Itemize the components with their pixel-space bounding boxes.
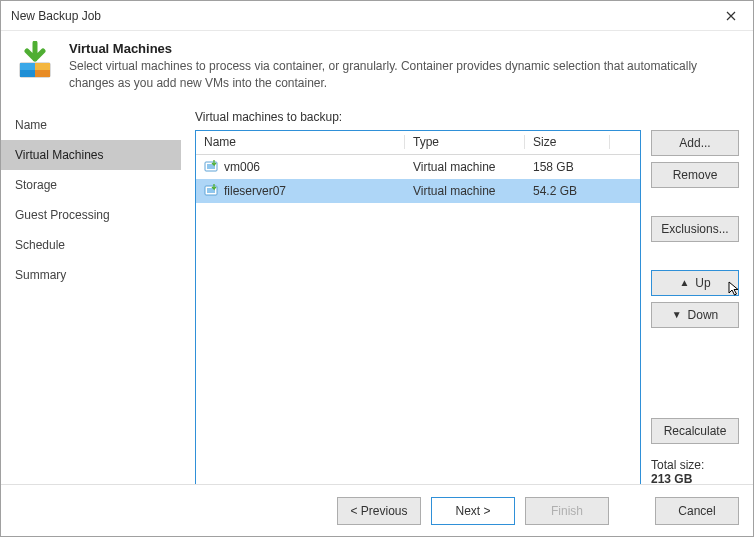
- window-title: New Backup Job: [11, 9, 708, 23]
- titlebar: New Backup Job: [1, 1, 753, 31]
- up-label: Up: [695, 276, 710, 290]
- wizard-body: Name Virtual Machines Storage Guest Proc…: [1, 110, 753, 484]
- header-text: Virtual Machines Select virtual machines…: [69, 41, 739, 92]
- table-row[interactable]: vm006 Virtual machine 158 GB: [196, 155, 640, 179]
- next-button[interactable]: Next >: [431, 497, 515, 525]
- total-size-value: 213 GB: [651, 472, 739, 484]
- close-icon: [726, 11, 736, 21]
- finish-button: Finish: [525, 497, 609, 525]
- previous-button[interactable]: < Previous: [337, 497, 421, 525]
- vm-name: fileserver07: [224, 184, 286, 198]
- table-header: Name Type Size: [196, 131, 640, 155]
- sidebar-item-schedule[interactable]: Schedule: [1, 230, 181, 260]
- page-description: Select virtual machines to process via c…: [69, 58, 739, 92]
- arrow-down-icon: ▼: [672, 309, 682, 320]
- close-button[interactable]: [708, 1, 753, 31]
- vm-icon: [204, 184, 218, 198]
- sidebar-item-name[interactable]: Name: [1, 110, 181, 140]
- main-panel: Virtual machines to backup: Name Type Si…: [181, 110, 739, 476]
- add-button[interactable]: Add...: [651, 130, 739, 156]
- side-buttons: Add... Remove Exclusions... ▲ Up ▼ Down …: [651, 130, 739, 484]
- column-type[interactable]: Type: [405, 135, 525, 149]
- wizard-footer: < Previous Next > Finish Cancel: [1, 484, 753, 536]
- sidebar-item-guest-processing[interactable]: Guest Processing: [1, 200, 181, 230]
- vm-table[interactable]: Name Type Size vm006 Virtual machine 158…: [195, 130, 641, 484]
- recalculate-button[interactable]: Recalculate: [651, 418, 739, 444]
- vm-wizard-icon: [15, 41, 55, 81]
- remove-button[interactable]: Remove: [651, 162, 739, 188]
- cell-type: Virtual machine: [405, 184, 525, 198]
- content-row: Name Type Size vm006 Virtual machine 158…: [195, 130, 739, 484]
- wizard-window: New Backup Job Virtual Machines Select v…: [0, 0, 754, 537]
- cell-size: 54.2 GB: [525, 184, 610, 198]
- sidebar-item-summary[interactable]: Summary: [1, 260, 181, 290]
- cell-name: vm006: [196, 160, 405, 174]
- cell-name: fileserver07: [196, 184, 405, 198]
- exclusions-button[interactable]: Exclusions...: [651, 216, 739, 242]
- column-size[interactable]: Size: [525, 135, 610, 149]
- cell-type: Virtual machine: [405, 160, 525, 174]
- table-row[interactable]: fileserver07 Virtual machine 54.2 GB: [196, 179, 640, 203]
- page-title: Virtual Machines: [69, 41, 739, 56]
- svg-rect-3: [35, 63, 50, 70]
- cell-size: 158 GB: [525, 160, 610, 174]
- down-button[interactable]: ▼ Down: [651, 302, 739, 328]
- svg-rect-2: [20, 63, 35, 70]
- column-name[interactable]: Name: [196, 135, 405, 149]
- wizard-header: Virtual Machines Select virtual machines…: [1, 31, 753, 110]
- total-size-label: Total size:: [651, 458, 739, 472]
- wizard-steps: Name Virtual Machines Storage Guest Proc…: [1, 110, 181, 476]
- down-label: Down: [688, 308, 719, 322]
- arrow-up-icon: ▲: [679, 277, 689, 288]
- cancel-button[interactable]: Cancel: [655, 497, 739, 525]
- sidebar-item-storage[interactable]: Storage: [1, 170, 181, 200]
- total-size: Total size: 213 GB: [651, 458, 739, 484]
- list-label: Virtual machines to backup:: [195, 110, 739, 124]
- vm-name: vm006: [224, 160, 260, 174]
- up-button[interactable]: ▲ Up: [651, 270, 739, 296]
- sidebar-item-virtual-machines[interactable]: Virtual Machines: [1, 140, 181, 170]
- vm-icon: [204, 160, 218, 174]
- svg-rect-4: [35, 70, 50, 77]
